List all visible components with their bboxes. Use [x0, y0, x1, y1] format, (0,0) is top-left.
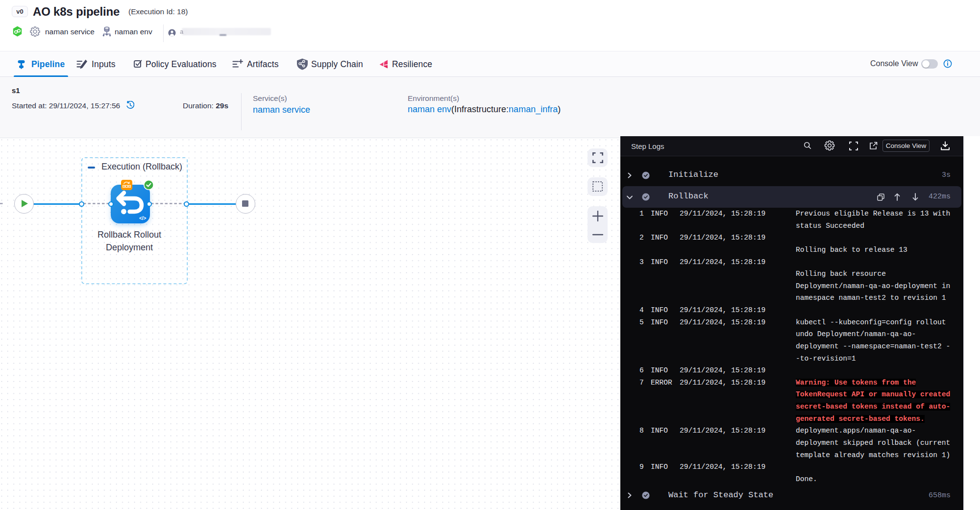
svg-text:</>: </>	[139, 216, 147, 221]
